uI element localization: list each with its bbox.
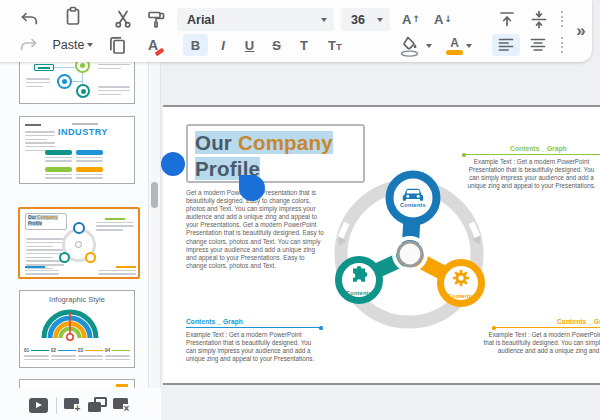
gauge-item: 02: [51, 348, 76, 363]
mini-title-box: Our Company Profile: [25, 213, 67, 230]
text-color-button[interactable]: A: [440, 33, 478, 59]
flow-node-teal: [76, 84, 90, 98]
block-heading: Contents _ Graph: [463, 145, 600, 153]
slide-thumbnail-panel: INDUSTRY Our Company Profile Infographic: [0, 62, 148, 420]
text-selection-handle-end[interactable]: [239, 175, 265, 201]
chevron-down-icon: [426, 44, 432, 48]
dots-icon: [561, 11, 563, 28]
block-body: Example Text : Get a modern PowerPoint P…: [477, 331, 600, 363]
circle-label-orange: Contents: [429, 293, 493, 299]
editor-canvas[interactable]: Our Company Profile Get a modern PowerPo…: [161, 62, 600, 420]
clear-formatting-button[interactable]: A: [140, 33, 166, 57]
gauge-item: 03: [78, 348, 103, 363]
scrollbar-thumb[interactable]: [151, 182, 158, 208]
mini-block-green: [96, 218, 134, 233]
block-body: Example Text : Get a modern PowerPoint P…: [463, 158, 600, 190]
divider: [56, 397, 57, 414]
present-button[interactable]: [29, 398, 48, 413]
underline-button[interactable]: U: [237, 34, 262, 56]
paste-label: Paste: [53, 38, 85, 52]
duplicate-button[interactable]: [104, 33, 130, 57]
align-center-icon: [529, 36, 547, 54]
font-size-select[interactable]: 36: [341, 8, 390, 31]
format-painter-button[interactable]: [143, 7, 169, 31]
slide-thumbnail-3-selected[interactable]: Our Company Profile: [18, 207, 140, 279]
uppercase-button[interactable]: T: [292, 34, 316, 56]
font-family-value: Arial: [187, 13, 215, 27]
bar-group: [76, 150, 103, 164]
new-slide-button[interactable]: +: [64, 398, 86, 415]
undo-icon: [19, 10, 39, 28]
clipped-toolbar-button-bottom[interactable]: [556, 35, 568, 55]
content-block-bottom-left[interactable]: Contents _ Graph Example Text : Get a mo…: [186, 318, 322, 363]
paste-dropdown-button[interactable]: Paste: [44, 33, 102, 57]
mini-block-orange: [98, 266, 136, 277]
dots-icon: [561, 37, 563, 54]
thumbnail-text-lines: [98, 84, 130, 97]
capitalization-button[interactable]: T T: [320, 34, 350, 56]
chevron-down-icon: [321, 18, 327, 22]
paint-roller-icon: [146, 9, 167, 29]
strikethrough-button[interactable]: S: [264, 34, 289, 56]
slide-thumbnail-4[interactable]: Infographic Style 01 02 03 04: [19, 290, 135, 368]
toolbar-overflow-button[interactable]: »: [568, 16, 594, 46]
thumbnail-infographic-title: Infographic Style: [20, 295, 134, 304]
paste-icon-button[interactable]: [60, 5, 86, 27]
fill-color-button[interactable]: [396, 33, 434, 59]
chevron-down-icon: [87, 43, 93, 47]
italic-button[interactable]: I: [211, 34, 235, 56]
slide-page[interactable]: Our Company Profile Get a modern PowerPo…: [163, 105, 600, 385]
font-family-select[interactable]: Arial: [177, 8, 334, 31]
redo-button[interactable]: [16, 33, 42, 57]
vertical-align-center-icon: [530, 10, 548, 29]
bold-button[interactable]: B: [183, 34, 208, 56]
bar-group: [76, 167, 103, 181]
chevron-down-icon: [466, 44, 472, 48]
block-underline: [493, 327, 600, 328]
align-center-button[interactable]: [524, 34, 552, 56]
slide-thumbnail-2[interactable]: INDUSTRY: [19, 116, 135, 184]
infographic-graphic: [323, 168, 503, 348]
copy-icon: [107, 35, 127, 55]
circle-label-teal: Contents: [327, 290, 391, 296]
align-left-button[interactable]: [492, 34, 520, 56]
duplicate-slide-button[interactable]: [88, 397, 110, 415]
text-selection-handle-start[interactable]: [161, 152, 185, 176]
slide-body-textbox[interactable]: Get a modern PowerPoint Presentation tha…: [186, 189, 324, 270]
mini-block-blue: [25, 266, 59, 277]
thumbnail-text-lines: [26, 76, 50, 89]
undo-button[interactable]: [16, 7, 42, 31]
sidebar-scrollbar[interactable]: [148, 62, 161, 388]
arrow-up-icon: ↑: [412, 14, 420, 24]
formatting-toolbar: Arial 36 A ↑ A ↓ » Paste: [0, 0, 592, 62]
vertical-align-center-button[interactable]: [526, 7, 552, 31]
align-top-button[interactable]: [494, 7, 520, 31]
align-top-icon: [498, 10, 516, 28]
align-left-icon: [497, 36, 515, 54]
block-heading: Contents _ Graph: [557, 318, 600, 326]
content-block-bottom-right[interactable]: Contents _ Graph Example Text : Get a mo…: [477, 318, 600, 363]
infographic-group[interactable]: [323, 168, 503, 348]
chevron-down-icon: [377, 18, 383, 22]
clipboard-icon: [63, 6, 83, 26]
circle-label-blue: Contents: [381, 202, 445, 208]
bar-group: [45, 150, 72, 164]
clipped-toolbar-button-top[interactable]: [556, 9, 568, 29]
current-text-color-swatch: [446, 50, 463, 55]
mini-hub: [75, 241, 82, 248]
delete-slide-button[interactable]: ×: [113, 398, 135, 415]
gauge-item: 04: [105, 348, 130, 363]
decrease-font-size-button[interactable]: A ↓: [429, 7, 457, 31]
block-underline: [186, 327, 322, 328]
scissors-icon: [113, 9, 133, 29]
cut-button[interactable]: [110, 7, 136, 31]
content-block-top-right[interactable]: Contents _ Graph Example Text : Get a mo…: [463, 145, 600, 190]
gauge-item: 01: [24, 348, 49, 363]
arrow-down-icon: ↓: [444, 14, 452, 24]
block-underline: [463, 154, 600, 155]
title-part-our: Our: [195, 131, 238, 154]
redo-icon: [19, 36, 39, 54]
increase-font-size-button[interactable]: A ↑: [397, 7, 425, 31]
flow-label-box: [34, 64, 54, 71]
mini-circle-orange: [85, 252, 96, 263]
